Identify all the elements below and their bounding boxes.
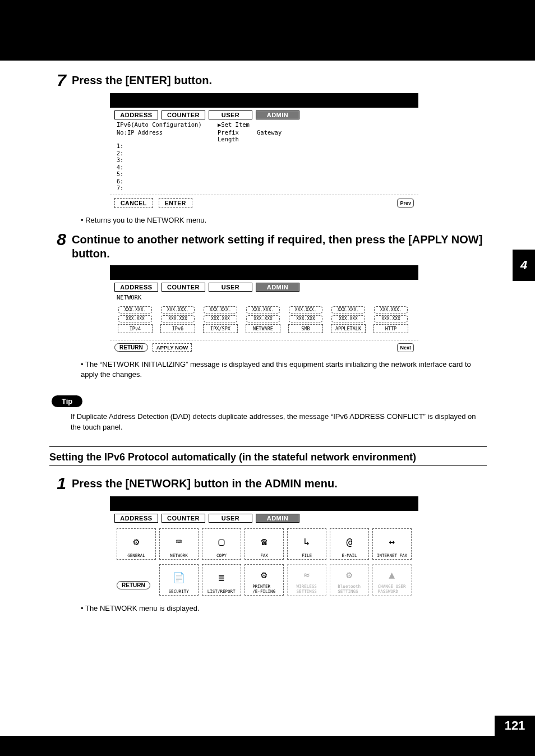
net-button-ipv6[interactable]: XXX.XXX. XXX.XXX IPv6 <box>160 306 195 333</box>
admin-button-listreport[interactable]: ≣ LIST/REPORT <box>202 564 241 596</box>
admin-button-printer-efiling[interactable]: ⚙ PRINTER /E-FILING <box>245 564 284 596</box>
ip-row: 2: <box>117 150 418 158</box>
network-icon: ⌨ <box>176 530 182 553</box>
step-number: 8 <box>49 231 66 248</box>
tab-address[interactable]: ADDRESS <box>114 514 158 523</box>
general-icon: ⚙ <box>133 530 140 553</box>
step1-note: The NETWORK menu is displayed. <box>81 603 487 614</box>
ip-row: 7: <box>117 185 418 192</box>
net-label: NETWARE <box>246 324 280 333</box>
tab-counter[interactable]: COUNTER <box>162 283 205 292</box>
pill-bot: XXX.XXX <box>246 315 280 322</box>
admin-label: NETWORK <box>170 553 188 558</box>
admin-button-general[interactable]: ⚙ GENERAL <box>117 528 156 560</box>
step-title: Continue to another network setting if r… <box>72 231 487 261</box>
admin-button-copy[interactable]: ▢ COPY <box>202 528 241 560</box>
cancel-button[interactable]: CANCEL <box>114 198 153 208</box>
tab-address[interactable]: ADDRESS <box>114 283 158 292</box>
section-rule-bottom <box>49 465 487 466</box>
net-button-appletalk[interactable]: XXX.XXX. XXX.XXX APPLETALK <box>331 306 366 333</box>
prev-button[interactable]: Prev <box>397 199 414 208</box>
admin-button-email[interactable]: @ E-MAIL <box>330 528 369 560</box>
screen-heading: IPv6(Auto Configuration) <box>117 121 218 128</box>
admin-button-file[interactable]: ↳ FILE <box>287 528 326 560</box>
net-button-http[interactable]: XXX.XXX. XXX.XXX HTTP <box>373 306 408 333</box>
list-report-icon: ≣ <box>218 566 224 589</box>
return-button[interactable]: RETURN <box>114 343 148 352</box>
ip-row: 3: <box>117 157 418 164</box>
tab-admin[interactable]: ADMIN <box>256 110 299 119</box>
admin-button-fax[interactable]: ☎ FAX <box>245 528 284 560</box>
wireless-icon: ≈ <box>303 566 310 584</box>
network-heading: NETWORK <box>110 293 418 303</box>
step-title: Press the [ENTER] button. <box>72 72 212 87</box>
section-title: Setting the IPv6 Protocol automatically … <box>49 450 487 465</box>
tab-user[interactable]: USER <box>209 283 252 292</box>
next-button[interactable]: Next <box>397 343 414 352</box>
admin-button-wireless: ≈ WIRELESS SETTINGS <box>287 564 326 596</box>
admin-button-network[interactable]: ⌨ NETWORK <box>159 528 199 560</box>
security-icon: 📄 <box>173 566 185 589</box>
tip-text: If Duplicate Address Detection (DAD) det… <box>71 412 487 433</box>
pill-bot: XXX.XXX <box>331 315 365 322</box>
file-icon: ↳ <box>304 530 310 553</box>
return-button[interactable]: RETURN <box>117 581 150 589</box>
admin-label: COPY <box>216 553 227 558</box>
pill-top: XXX.XXX. <box>246 306 280 314</box>
set-item-label: ▶Set Item <box>218 121 274 128</box>
admin-button-change-password: ▲ CHANGE USER PASSWORD <box>372 564 412 596</box>
col-gateway: Gateway <box>257 129 296 142</box>
net-button-smb[interactable]: XXX.XXX. XXX.XXX SMB <box>288 306 323 333</box>
tab-counter[interactable]: COUNTER <box>162 514 205 523</box>
main-content: 7 Press the [ENTER] button. ADDRESS COUN… <box>49 72 487 619</box>
net-button-ipxspx[interactable]: XXX.XXX. XXX.XXX IPX/SPX <box>203 306 238 333</box>
net-label: IPX/SPX <box>203 324 238 333</box>
apply-now-button[interactable]: APPLY NOW <box>153 343 192 352</box>
fax-icon: ☎ <box>261 530 268 553</box>
tab-user[interactable]: USER <box>209 110 252 119</box>
tab-user[interactable]: USER <box>209 514 252 523</box>
admin-label: PRINTER /E-FILING <box>252 584 275 594</box>
pill-bot: XXX.XXX <box>161 315 195 322</box>
ip-row: 6: <box>117 178 418 186</box>
page-number: 121 <box>495 716 535 736</box>
pill-bot: XXX.XXX <box>374 315 408 322</box>
enter-button[interactable]: ENTER <box>159 198 192 208</box>
step-1: 1 Press the [NETWORK] button in the ADMI… <box>49 475 487 614</box>
step7-note: Returns you to the NETWORK menu. <box>81 215 487 225</box>
tab-admin[interactable]: ADMIN <box>256 514 299 523</box>
tip-badge: Tip <box>52 395 82 407</box>
net-label: SMB <box>288 324 323 333</box>
pill-top: XXX.XXX. <box>374 306 408 314</box>
step8-note: The “NETWORK INITIALIZING” message is di… <box>81 359 487 380</box>
admin-button-security[interactable]: 📄 SECURITY <box>159 564 199 596</box>
ip-row: 1: <box>117 143 418 150</box>
footer-black-bar <box>0 736 535 756</box>
pill-top: XXX.XXX. <box>331 306 365 314</box>
printer-icon: ⚙ <box>261 566 267 584</box>
section-rule-top <box>49 446 487 447</box>
internetfax-icon: ↔ <box>389 530 395 553</box>
admin-label: WIRELESS SETTINGS <box>297 584 317 594</box>
pill-bot: XXX.XXX <box>289 315 322 322</box>
pill-top: XXX.XXX. <box>118 306 152 314</box>
password-icon: ▲ <box>389 566 395 584</box>
screenshot-admin-menu: ADDRESS COUNTER USER ADMIN ⚙ GENERAL ⌨ N… <box>110 496 418 599</box>
pill-top: XXX.XXX. <box>161 306 195 314</box>
copy-icon: ▢ <box>219 530 225 553</box>
top-black-band <box>0 0 535 61</box>
net-button-ipv4[interactable]: XXX.XXX. XXX.XXX IPv4 <box>118 306 153 333</box>
admin-button-internetfax[interactable]: ↔ INTERNET FAX <box>372 528 412 560</box>
net-label: APPLETALK <box>331 324 366 333</box>
net-label: IPv6 <box>160 324 195 333</box>
tab-admin[interactable]: ADMIN <box>256 283 299 292</box>
ip-row: 4: <box>117 164 418 172</box>
tab-address[interactable]: ADDRESS <box>114 110 158 119</box>
admin-label: GENERAL <box>127 553 145 558</box>
admin-label: LIST/REPORT <box>207 589 236 594</box>
tab-counter[interactable]: COUNTER <box>162 110 205 119</box>
pill-top: XXX.XXX. <box>204 306 237 314</box>
net-button-netware[interactable]: XXX.XXX. XXX.XXX NETWARE <box>246 306 280 333</box>
pill-top: XXX.XXX. <box>289 306 322 314</box>
admin-label: CHANGE USER PASSWORD <box>378 584 406 594</box>
